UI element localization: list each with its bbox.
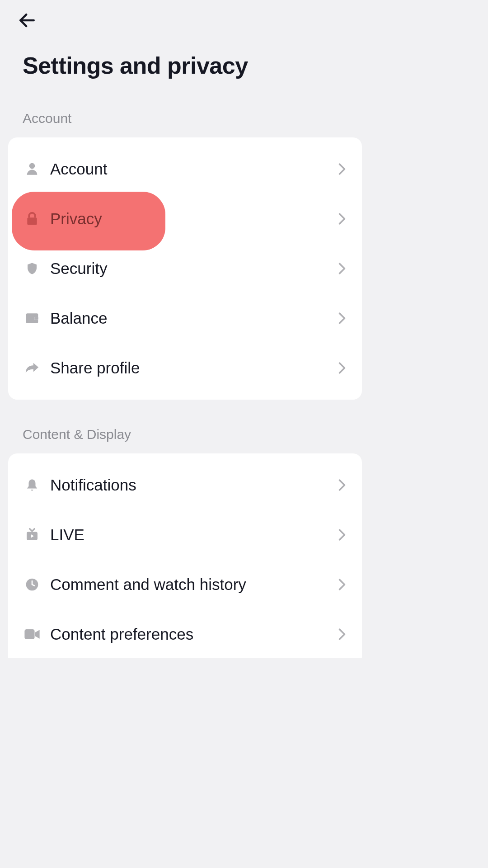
chevron-right-icon	[338, 212, 346, 226]
svg-rect-8	[24, 629, 34, 639]
list-item-comment-history[interactable]: Comment and watch history	[8, 560, 362, 609]
tv-icon	[24, 527, 40, 543]
svg-rect-5	[34, 317, 38, 319]
list-item-live[interactable]: LIVE	[8, 510, 362, 560]
item-label: Security	[50, 259, 338, 278]
wallet-icon	[24, 310, 40, 326]
item-label: Balance	[50, 309, 338, 327]
list-item-notifications[interactable]: Notifications	[8, 460, 362, 510]
clock-icon	[24, 576, 40, 593]
item-label: Comment and watch history	[50, 576, 338, 594]
video-icon	[24, 626, 40, 642]
arrow-left-icon	[17, 10, 37, 30]
item-label: Account	[50, 160, 338, 178]
list-item-content-preferences[interactable]: Content preferences	[8, 609, 362, 658]
section-header-content-display: Content & Display	[0, 427, 370, 453]
share-icon	[24, 360, 40, 376]
svg-rect-2	[27, 217, 37, 225]
section-card-account: Account Privacy Security	[8, 137, 362, 400]
svg-point-1	[29, 163, 35, 169]
chevron-right-icon	[338, 528, 346, 542]
shield-icon	[24, 260, 40, 277]
chevron-right-icon	[338, 162, 346, 176]
lock-icon	[24, 211, 40, 227]
chevron-right-icon	[338, 478, 346, 492]
section-header-account: Account	[0, 111, 370, 137]
chevron-right-icon	[338, 627, 346, 641]
chevron-right-icon	[338, 262, 346, 275]
list-item-share-profile[interactable]: Share profile	[8, 343, 362, 393]
list-item-account[interactable]: Account	[8, 144, 362, 194]
person-icon	[24, 161, 40, 177]
item-label: Share profile	[50, 359, 338, 377]
item-label: Notifications	[50, 476, 338, 494]
chevron-right-icon	[338, 311, 346, 325]
page-title: Settings and privacy	[0, 32, 370, 111]
list-item-security[interactable]: Security	[8, 244, 362, 293]
list-item-privacy[interactable]: Privacy	[8, 194, 362, 244]
item-label: Content preferences	[50, 625, 338, 643]
back-button[interactable]	[16, 9, 38, 32]
section-card-content-display: Notifications LIVE	[8, 453, 362, 658]
item-label: LIVE	[50, 526, 338, 544]
list-item-balance[interactable]: Balance	[8, 293, 362, 343]
chevron-right-icon	[338, 578, 346, 591]
header	[0, 0, 370, 32]
bell-icon	[24, 477, 40, 493]
item-label: Privacy	[50, 210, 338, 228]
chevron-right-icon	[338, 361, 346, 375]
